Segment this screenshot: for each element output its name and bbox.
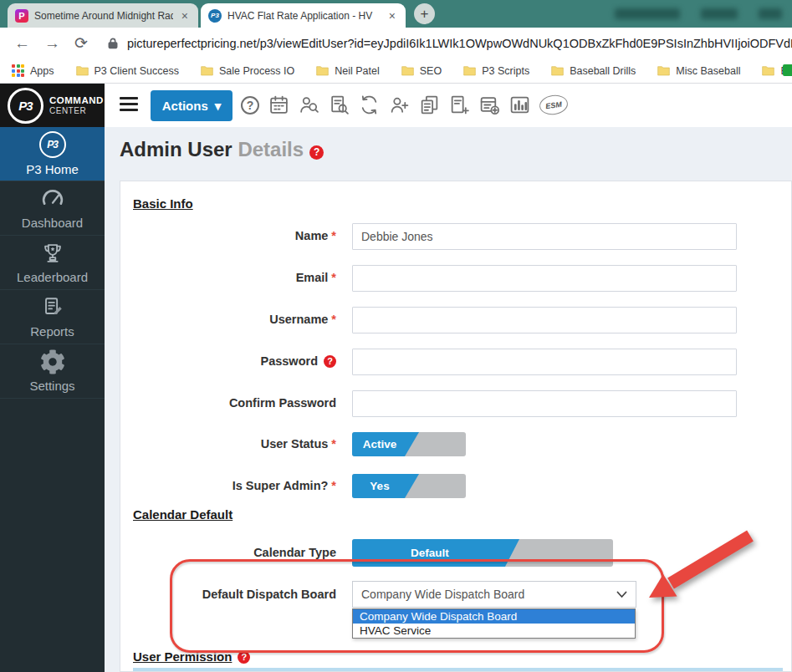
add-appointment-icon[interactable] xyxy=(479,94,500,115)
name-label: Name* xyxy=(120,229,336,242)
help-icon[interactable]: ? xyxy=(241,96,259,115)
logo-line1: COMMAND xyxy=(49,95,104,106)
bookmark-item[interactable]: P3 Scripts xyxy=(463,65,529,77)
confirm-password-label: Confirm Password xyxy=(120,396,336,410)
required-asterisk: * xyxy=(331,437,336,451)
p3-logo[interactable]: P3 COMMANDCENTER xyxy=(0,84,105,127)
bookmark-label: Misc Baseball xyxy=(676,65,740,77)
actions-button[interactable]: Actions▾ xyxy=(151,90,232,121)
bookmark-label: Neil Patel xyxy=(335,65,380,77)
new-tab-button[interactable]: + xyxy=(414,3,435,24)
required-asterisk: * xyxy=(331,313,336,326)
sidebar-item-reports[interactable]: Reports xyxy=(0,290,105,344)
address-bar-row: ← → ⟳ pictureperfectpricing.net/p3/viewE… xyxy=(0,28,792,59)
confirm-password-field[interactable] xyxy=(352,390,737,417)
permission-table-top-border xyxy=(133,668,783,671)
page-title-primary: Admin User xyxy=(120,138,232,160)
help-icon[interactable]: ? xyxy=(309,145,324,160)
bookmark-item[interactable]: Misc Baseball xyxy=(657,65,740,77)
close-icon[interactable]: × xyxy=(179,9,191,23)
required-asterisk: * xyxy=(331,271,336,284)
folder-icon xyxy=(657,65,670,76)
toggle-on-label: Yes xyxy=(352,474,419,498)
bookmark-icon-green[interactable] xyxy=(783,64,792,76)
bookmarks-bar: Apps P3 Client Success Sale Process IO N… xyxy=(0,59,792,84)
calendar-icon[interactable] xyxy=(268,94,289,115)
is-super-admin-label: Is Super Admin?* xyxy=(120,479,336,492)
email-label: Email* xyxy=(120,271,336,284)
sidebar-item-label: P3 Home xyxy=(26,162,79,176)
p3-home-icon: P3 xyxy=(39,131,66,158)
folder-icon xyxy=(316,65,329,76)
bookmark-label: Baseball Drills xyxy=(570,65,636,77)
forward-icon[interactable]: → xyxy=(44,35,60,51)
redacted-text xyxy=(701,8,738,19)
bookmark-label: Sale Process IO xyxy=(219,65,294,77)
sidebar-item-settings[interactable]: Settings xyxy=(0,344,105,399)
browser-tab-active[interactable]: P3 HVAC Flat Rate Application - HV × xyxy=(201,3,406,28)
folder-icon xyxy=(201,65,213,76)
username-label: Username* xyxy=(120,313,336,326)
url-input[interactable]: pictureperfectpricing.net/p3/viewEditUse… xyxy=(127,37,792,50)
add-user-icon[interactable] xyxy=(389,94,410,115)
bookmark-item[interactable]: P3 Client Success xyxy=(76,65,179,77)
p3-favicon-icon: P3 xyxy=(208,9,222,23)
folder-icon xyxy=(401,65,414,76)
p3-logo-icon: P3 xyxy=(8,88,43,124)
add-invoice-icon[interactable] xyxy=(449,94,470,115)
user-status-toggle[interactable]: Active xyxy=(352,432,466,456)
invoice-search-icon[interactable] xyxy=(329,94,350,115)
tab-strip: P Sometime Around Midnight Radi × P3 HVA… xyxy=(0,0,792,28)
hamburger-menu-icon[interactable] xyxy=(120,97,138,111)
folder-icon xyxy=(762,65,774,76)
username-field[interactable] xyxy=(352,307,737,333)
gear-icon xyxy=(40,349,65,374)
calendar-type-label: Calendar Type xyxy=(120,546,336,559)
gauge-icon xyxy=(40,186,65,211)
apps-shortcut[interactable]: Apps xyxy=(12,64,54,77)
bookmark-label: P3 Client Success xyxy=(95,65,179,77)
redacted-text xyxy=(759,8,782,19)
logo-line2: CENTER xyxy=(49,106,104,115)
section-basic-info: Basic Info xyxy=(133,196,193,211)
apps-grid-icon xyxy=(12,64,24,77)
lock-icon xyxy=(106,37,120,50)
customer-search-icon[interactable] xyxy=(299,94,319,115)
refresh-icon[interactable]: ⟳ xyxy=(74,35,88,51)
browser-tab-inactive[interactable]: P Sometime Around Midnight Radi × xyxy=(8,3,198,28)
toggle-on-label: Active xyxy=(352,432,419,456)
report-document-icon xyxy=(40,295,65,320)
sidebar: P3 P3 Home Dashboard Leaderboard Reports… xyxy=(0,127,105,672)
esm-badge[interactable]: ESM xyxy=(539,94,570,117)
email-field[interactable] xyxy=(352,265,737,292)
sync-icon[interactable] xyxy=(359,94,380,115)
redacted-text xyxy=(615,8,680,19)
bookmark-item[interactable]: Baseball Drills xyxy=(551,65,636,77)
sidebar-item-label: Leaderboard xyxy=(17,270,88,284)
bookmark-label: SEO xyxy=(420,65,442,77)
back-icon[interactable]: ← xyxy=(14,35,30,51)
is-super-admin-toggle[interactable]: Yes xyxy=(352,474,466,498)
bookmark-label: P3 Scripts xyxy=(482,65,529,77)
page-title: Admin User Details? xyxy=(120,138,324,161)
name-field[interactable] xyxy=(352,223,737,250)
sidebar-item-dashboard[interactable]: Dashboard xyxy=(0,181,105,236)
sidebar-item-leaderboard[interactable]: Leaderboard xyxy=(0,236,105,290)
sidebar-item-p3-home[interactable]: P3 P3 Home xyxy=(0,127,105,181)
tab-title: Sometime Around Midnight Radi xyxy=(34,10,173,22)
sidebar-item-label: Reports xyxy=(30,324,74,339)
password-field[interactable] xyxy=(352,349,737,375)
folder-icon xyxy=(551,65,564,76)
bookmark-item[interactable]: Neil Patel xyxy=(316,65,380,77)
section-calendar-default: Calendar Default xyxy=(133,507,232,522)
trophy-icon xyxy=(40,241,65,266)
sidebar-item-label: Settings xyxy=(29,379,74,393)
close-icon[interactable]: × xyxy=(386,9,398,23)
help-icon[interactable]: ? xyxy=(324,355,336,368)
copy-documents-icon[interactable] xyxy=(419,94,440,115)
app-header: P3 COMMANDCENTER Actions▾ ? ESM xyxy=(0,84,792,127)
bookmark-item[interactable]: SEO xyxy=(401,65,442,77)
reports-chart-icon[interactable] xyxy=(509,94,530,115)
password-label: Password? xyxy=(120,354,336,368)
bookmark-item[interactable]: Sale Process IO xyxy=(201,65,294,77)
